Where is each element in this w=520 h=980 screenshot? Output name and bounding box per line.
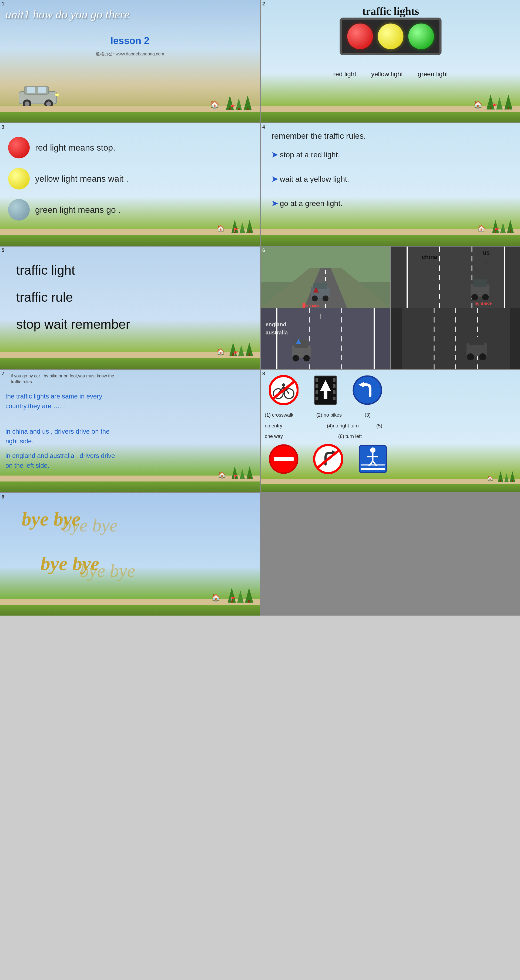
- building-7: 🏠: [218, 471, 226, 479]
- green-light-label: green light: [418, 70, 448, 78]
- no-right-turn-sign: [312, 443, 344, 475]
- slide-1-subtitle: lesson 2: [0, 35, 260, 46]
- slide-7-p3: in england and australia , drivers drive…: [5, 451, 122, 470]
- sand-8: [261, 479, 520, 484]
- svg-point-44: [312, 296, 318, 301]
- svg-point-90: [282, 383, 285, 387]
- sand-9: [0, 599, 260, 605]
- slide-7: 7 if you go by car , by bike or on foot,…: [0, 370, 260, 492]
- red-light-label: red light: [333, 70, 356, 78]
- red-light-item: red light means stop.: [8, 137, 115, 158]
- svg-point-102: [354, 376, 381, 404]
- sign-labels: (1) crosswalk (2) no bikes (3) no entry …: [265, 410, 516, 442]
- arrow-2: ➤: [271, 175, 278, 183]
- svg-text:right side: right side: [475, 301, 491, 305]
- label2: (2) no bikes: [316, 412, 342, 418]
- slide-1: 1 unit1 how do you go there lesson 2 道格办…: [0, 0, 260, 123]
- svg-rect-116: [361, 466, 385, 468]
- bye-2b: bye bye: [80, 560, 135, 582]
- traffic-light-box: [340, 18, 442, 55]
- slide-4-head: remember the traffic rules.: [271, 131, 366, 141]
- slide-7-p2: in china and us , drivers drive on the r…: [5, 426, 122, 446]
- svg-point-76: [467, 353, 474, 360]
- green-circle: [8, 199, 30, 221]
- bye-1b: bye bye: [62, 515, 118, 536]
- china-road-img: left side: [261, 247, 390, 308]
- label3: (3): [365, 412, 371, 418]
- trees-deco: [226, 95, 252, 110]
- svg-point-66: [293, 355, 299, 361]
- slide-6-number: 6: [262, 248, 265, 253]
- flag-icon: 🚩: [230, 104, 236, 110]
- slide-6: 6 left side: [261, 247, 520, 369]
- svg-marker-32: [238, 345, 244, 356]
- signs-top-row: [268, 374, 384, 406]
- svg-rect-93: [315, 378, 318, 382]
- slide-5-number: 5: [2, 248, 4, 253]
- flag-5: 🚩: [234, 351, 238, 355]
- slide-2-number: 2: [262, 1, 265, 7]
- green-text: green light means go .: [35, 205, 121, 215]
- slide-8-number: 8: [262, 371, 265, 377]
- svg-rect-105: [274, 457, 293, 461]
- svg-point-67: [303, 355, 310, 361]
- svg-marker-80: [239, 469, 245, 479]
- building-icon: 🏠: [210, 100, 219, 109]
- slide-9-number: 9: [2, 494, 4, 500]
- slide-4-rule2: ➤ wait at a yellow light.: [271, 175, 349, 184]
- slide-4-number: 4: [262, 124, 265, 130]
- svg-rect-95: [315, 390, 318, 394]
- down-arrow-area: us ↓: [483, 249, 490, 265]
- svg-rect-19: [507, 107, 509, 110]
- car-illustration: [14, 80, 62, 108]
- trees-5: [229, 342, 253, 356]
- sand-strip: [0, 106, 260, 111]
- building-9: 🏠: [211, 593, 221, 602]
- svg-point-55: [471, 294, 478, 300]
- svg-rect-29: [510, 230, 511, 233]
- red-text: red light means stop.: [35, 143, 115, 153]
- red-light-circle: [347, 24, 373, 49]
- slide-2: 2 traffic lights red light yellow light …: [261, 0, 520, 123]
- svg-rect-94: [315, 384, 318, 388]
- arrow-1: ➤: [271, 151, 278, 159]
- flag-4: 🚩: [494, 228, 499, 232]
- red-circle: [8, 137, 30, 158]
- green-light-circle: [409, 24, 434, 49]
- rule3-text: go at a green light.: [280, 199, 342, 208]
- yellow-text: yellow light means wait .: [35, 174, 128, 184]
- building-4: 🏠: [477, 225, 485, 232]
- yellow-light-item: yellow light means wait .: [8, 168, 128, 189]
- trees-2: [487, 95, 512, 110]
- slide-2-title: traffic lights: [261, 5, 520, 18]
- svg-rect-98: [333, 384, 336, 388]
- slide-3-number: 3: [2, 124, 4, 130]
- svg-rect-12: [238, 108, 239, 110]
- svg-text:left side: left side: [305, 303, 320, 308]
- svg-rect-40: [303, 303, 305, 308]
- svg-marker-22: [239, 223, 245, 233]
- svg-rect-2: [27, 87, 35, 93]
- slide-4: 4 remember the traffic rules. ➤ stop at …: [261, 123, 520, 246]
- slide-4-rule1: ➤ stop at a red light.: [271, 150, 340, 159]
- no-entry-sign: [268, 443, 300, 475]
- svg-rect-24: [249, 230, 250, 233]
- label8: (6) turn left: [338, 434, 362, 439]
- light-labels: red light yellow light green light: [333, 70, 448, 78]
- svg-rect-99: [333, 390, 336, 394]
- australia-label: australia: [266, 328, 288, 337]
- label5: (4)no right turn: [327, 423, 359, 428]
- slide-grid: 1 unit1 how do you go there lesson 2 道格办…: [0, 0, 520, 616]
- svg-rect-127: [248, 600, 250, 603]
- slide-5-word2: traffic rule: [16, 290, 73, 305]
- slide-5-word1: traffic light: [16, 263, 75, 278]
- flag-3: 🚩: [234, 228, 238, 232]
- flag-2: 🚩: [492, 103, 498, 108]
- label7: one way: [265, 434, 283, 439]
- svg-rect-3: [38, 87, 46, 93]
- slide-9: 9 bye bye bye bye bye bye bye bye 🏠 🚩: [0, 493, 260, 616]
- no-bikes-sign: [268, 374, 300, 406]
- svg-marker-120: [504, 473, 509, 482]
- svg-point-56: [482, 294, 489, 300]
- svg-point-77: [479, 353, 486, 360]
